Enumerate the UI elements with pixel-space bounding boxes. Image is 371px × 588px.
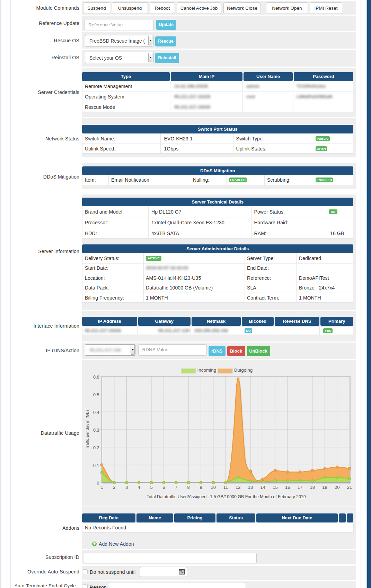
svg-text:0.2: 0.2 xyxy=(93,446,99,450)
svg-text:19: 19 xyxy=(322,485,327,490)
svg-text:Incoming: Incoming xyxy=(197,368,217,373)
svg-text:0.1: 0.1 xyxy=(93,463,99,468)
svg-text:0.3: 0.3 xyxy=(93,428,99,433)
svg-text:Total Datatraffic Used/Assigne: Total Datatraffic Used/Assigned : 1.5 GB… xyxy=(147,494,306,499)
svg-text:4: 4 xyxy=(138,485,140,490)
svg-text:5: 5 xyxy=(150,485,152,490)
svg-text:0.6: 0.6 xyxy=(93,375,99,380)
svg-text:10: 10 xyxy=(211,485,216,490)
svg-text:Traffic per day in (GB): Traffic per day in (GB) xyxy=(85,410,89,449)
svg-text:13: 13 xyxy=(248,485,253,490)
svg-text:20: 20 xyxy=(335,485,339,490)
svg-text:0: 0 xyxy=(97,481,99,486)
svg-text:3: 3 xyxy=(125,485,128,490)
svg-text:16: 16 xyxy=(285,485,290,490)
svg-text:0.5: 0.5 xyxy=(93,392,99,397)
svg-text:11: 11 xyxy=(223,485,228,490)
svg-text:9: 9 xyxy=(200,485,202,490)
svg-text:6: 6 xyxy=(162,485,165,490)
svg-text:12: 12 xyxy=(236,485,240,490)
svg-text:17: 17 xyxy=(298,485,302,490)
svg-text:15: 15 xyxy=(273,485,277,490)
svg-text:7: 7 xyxy=(175,485,177,490)
svg-text:21: 21 xyxy=(347,485,352,490)
svg-text:2: 2 xyxy=(113,485,115,490)
svg-text:14: 14 xyxy=(260,485,265,490)
svg-text:18: 18 xyxy=(310,485,315,490)
svg-text:0.4: 0.4 xyxy=(93,410,99,415)
svg-text:Outgoing: Outgoing xyxy=(234,368,253,373)
svg-text:8: 8 xyxy=(187,485,190,490)
svg-text:1: 1 xyxy=(100,485,103,490)
